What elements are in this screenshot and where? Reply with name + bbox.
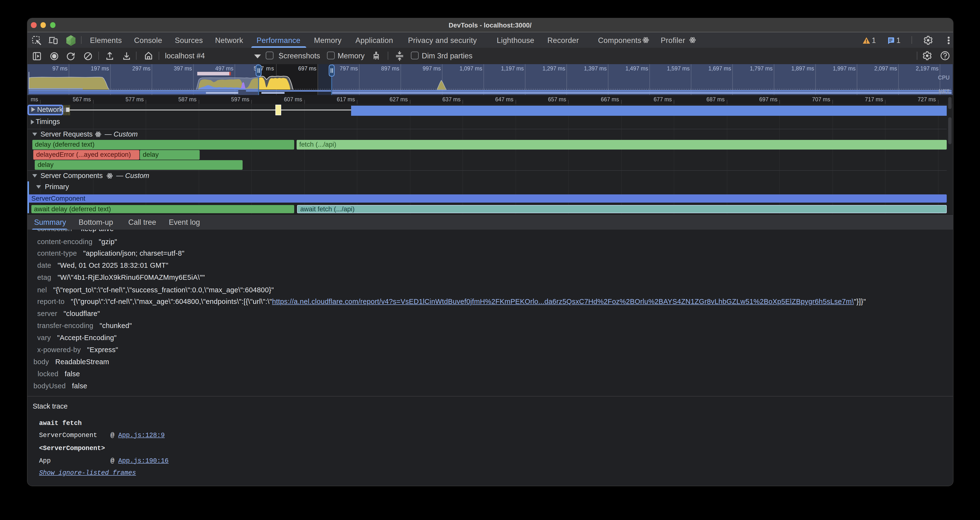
svg-text:1,897 ms: 1,897 ms: [791, 65, 814, 72]
svg-text:1,597 ms: 1,597 ms: [667, 65, 690, 72]
svg-text:1,497 ms: 1,497 ms: [625, 65, 648, 72]
svg-text:497 ms: 497 ms: [215, 65, 234, 72]
svg-text:1,097 ms: 1,097 ms: [460, 65, 482, 72]
svg-text:2,197 ms: 2,197 ms: [916, 65, 939, 72]
svg-text:1,697 ms: 1,697 ms: [708, 65, 731, 72]
svg-text:1,197 ms: 1,197 ms: [501, 65, 524, 72]
svg-text:197 ms: 197 ms: [91, 65, 109, 72]
svg-text:1,997 ms: 1,997 ms: [833, 65, 856, 72]
svg-text:697 ms: 697 ms: [298, 65, 317, 72]
svg-text:1,797 ms: 1,797 ms: [750, 65, 773, 72]
svg-text:897 ms: 897 ms: [381, 65, 399, 72]
svg-text:NET: NET: [939, 88, 950, 95]
svg-text:1,397 ms: 1,397 ms: [584, 65, 607, 72]
svg-text:797 ms: 797 ms: [340, 65, 358, 72]
svg-text:297 ms: 297 ms: [132, 65, 151, 72]
svg-text:397 ms: 397 ms: [174, 65, 192, 72]
svg-text:1,297 ms: 1,297 ms: [542, 65, 565, 72]
svg-text:97 ms: 97 ms: [52, 65, 67, 72]
svg-text:2,097 ms: 2,097 ms: [874, 65, 897, 72]
svg-text:997 ms: 997 ms: [423, 65, 441, 72]
svg-text:CPU: CPU: [938, 74, 950, 81]
